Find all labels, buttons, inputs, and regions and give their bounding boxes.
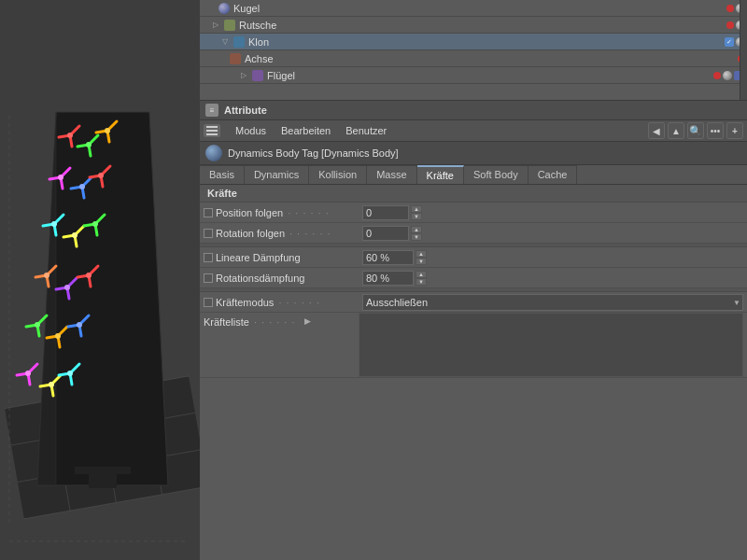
svg-point-30 [79, 184, 85, 189]
attr-menu-bearbeiten[interactable]: Bearbeiten [277, 124, 334, 137]
toolbar-arrow-left[interactable]: ◀ [648, 122, 665, 139]
spin-down-position[interactable]: ▼ [411, 213, 422, 220]
tree-arrow-kugel [204, 2, 217, 15]
spin-down-rotations[interactable]: ▼ [416, 278, 427, 286]
dot-sphere-flugel [723, 71, 732, 80]
tree-label-flugel: Flügel [267, 70, 713, 81]
tree-expand-flugel[interactable]: ▷ [237, 69, 250, 82]
svg-point-54 [64, 285, 70, 290]
tree-row-flugel[interactable]: ▷ Flügel [200, 67, 747, 84]
label-cell-rotations: Rotationsdämpfung [204, 273, 362, 284]
label-cell-kraftemodus: Kräftemodus · · · · · · [204, 297, 362, 308]
label-rotation-folgen: Rotation folgen [216, 228, 285, 239]
control-lineare: ▲ ▼ [362, 250, 427, 265]
object-tree: Kugel ▷ Rutsche ▽ [200, 0, 747, 101]
tree-icon-klon [233, 36, 245, 48]
dots-kraftemodus: · · · · · · [278, 297, 320, 308]
spin-up-rotation[interactable]: ▲ [411, 226, 422, 233]
viewport-svg [0, 0, 200, 560]
spinner-rotations: ▲ ▼ [416, 271, 427, 286]
svg-point-78 [49, 382, 54, 387]
label-cell-lineare: Lineare Dämpfung [204, 252, 362, 263]
input-lineare-dampfung[interactable] [362, 250, 414, 265]
spinner-lineare: ▲ ▼ [416, 250, 427, 265]
row-kraftemodus: Kräftemodus · · · · · · Ausschließen ▼ [200, 292, 747, 313]
row-position-folgen: Position folgen · · · · · · ▲ ▼ [200, 203, 747, 223]
attr-menu-modus[interactable]: Modus [232, 124, 270, 137]
tab-cache[interactable]: Cache [529, 165, 578, 184]
svg-rect-84 [89, 474, 117, 488]
dot-red-rutsche [726, 21, 734, 29]
checkbox-position[interactable] [204, 208, 213, 217]
tab-kraefte[interactable]: Kräfte [417, 165, 464, 184]
tree-icon-flugel [252, 70, 263, 81]
tree-expand-rutsche[interactable]: ▷ [209, 19, 222, 32]
row-rotations-dampfung: Rotationsdämpfung ▲ ▼ [200, 268, 747, 288]
attr-menu-benutzer[interactable]: Benutzer [342, 124, 390, 137]
tree-row-klon[interactable]: ▽ Klon ✓ [200, 34, 747, 50]
input-rotation-folgen[interactable] [362, 226, 409, 241]
tree-label-rutsche: Rutsche [239, 20, 726, 31]
right-panel: Kugel ▷ Rutsche ▽ [200, 0, 747, 560]
tab-softbody[interactable]: Soft Body [464, 165, 529, 184]
svg-rect-83 [75, 467, 131, 474]
spin-down-rotation[interactable]: ▼ [411, 233, 422, 241]
checkbox-rotations[interactable] [204, 273, 213, 283]
tab-kollision[interactable]: Kollision [309, 165, 367, 184]
spinner-position: ▲ ▼ [411, 205, 422, 220]
dots-krafteliste: · · · · · · [254, 316, 296, 328]
spin-up-position[interactable]: ▲ [411, 205, 422, 213]
control-rotations: ▲ ▼ [362, 271, 427, 286]
tab-dynamics[interactable]: Dynamics [245, 165, 309, 184]
label-position-folgen: Position folgen [216, 207, 283, 218]
label-krafteliste: Kräfteliste [204, 316, 249, 328]
tree-expand-klon[interactable]: ▽ [218, 35, 232, 49]
toolbar-dots[interactable]: ••• [707, 122, 724, 139]
attr-content: Kräfte Position folgen · · · · · · ▲ ▼ [200, 185, 747, 560]
label-cell-position: Position folgen · · · · · · [204, 207, 362, 218]
dot-checked-klon: ✓ [725, 37, 734, 47]
svg-point-62 [35, 322, 40, 328]
list-arrow-krafteliste[interactable]: ▶ [304, 316, 311, 326]
toolbar-add[interactable]: + [726, 122, 743, 139]
svg-point-50 [44, 273, 49, 278]
krafteliste-box[interactable] [359, 313, 743, 377]
dropdown-kraftemodus[interactable]: Ausschließen [362, 294, 743, 311]
toolbar-arrow-up[interactable]: ▲ [668, 122, 684, 139]
label-rotations-dampfung: Rotationsdämpfung [216, 273, 304, 284]
label-lineare-dampfung: Lineare Dämpfung [216, 252, 301, 263]
input-position-folgen[interactable] [362, 205, 409, 220]
input-rotations-dampfung[interactable] [362, 271, 414, 286]
viewport-bg[interactable] [0, 0, 200, 560]
label-kraftemodus: Kräftemodus [216, 297, 274, 308]
tab-masse[interactable]: Masse [367, 165, 416, 184]
attr-menu-bar: Modus Bearbeiten Benutzer ◀ ▲ 🔍 ••• + [200, 120, 747, 142]
spin-down-lineare[interactable]: ▼ [416, 258, 427, 265]
checkbox-rotation[interactable] [204, 229, 213, 238]
row-rotation-folgen: Rotation folgen · · · · · · ▲ ▼ [200, 223, 747, 244]
checkbox-lineare[interactable] [204, 253, 213, 262]
spin-up-rotations[interactable]: ▲ [416, 271, 427, 278]
svg-point-26 [58, 175, 63, 180]
tree-icon-achse [230, 53, 241, 64]
tabs-row: Basis Dynamics Kollision Masse Kräfte So… [200, 165, 747, 185]
svg-rect-88 [206, 130, 218, 132]
checkbox-kraftemodus[interactable] [204, 298, 213, 307]
svg-point-82 [67, 371, 73, 376]
section-kraefte: Kräfte [200, 185, 747, 203]
toolbar-search[interactable]: 🔍 [687, 122, 704, 139]
tree-icon-kugel [218, 3, 230, 14]
control-position: ▲ ▼ [362, 205, 422, 220]
svg-rect-87 [206, 126, 218, 128]
tab-basis[interactable]: Basis [200, 165, 245, 184]
spin-up-lineare[interactable]: ▲ [416, 250, 427, 258]
tree-row-achse[interactable]: Achse [200, 50, 747, 67]
svg-point-34 [98, 173, 104, 178]
spinner-rotation: ▲ ▼ [411, 226, 422, 241]
svg-point-46 [92, 221, 98, 227]
tree-row-kugel[interactable]: Kugel [200, 0, 747, 17]
tree-label-kugel: Kugel [233, 3, 726, 14]
tree-row-rutsche[interactable]: ▷ Rutsche [200, 17, 747, 34]
tree-scrollbar[interactable] [740, 0, 747, 101]
svg-point-14 [67, 133, 73, 138]
